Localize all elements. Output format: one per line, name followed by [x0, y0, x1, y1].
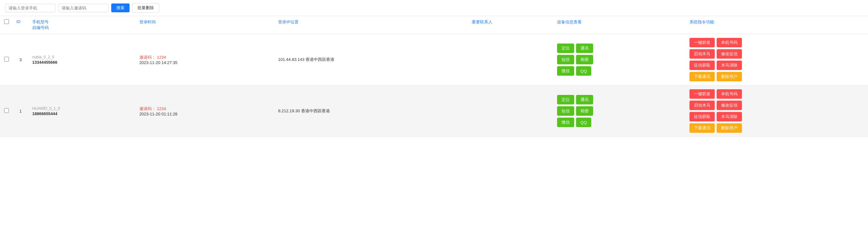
- data-table: ID 手机型号 自编号码 登录时间 登录IP位置 重要联系人 设备信息查看 系统…: [0, 16, 868, 137]
- device-btn-相册[interactable]: 相册: [576, 55, 593, 64]
- row-checkbox[interactable]: [4, 57, 9, 62]
- sys-btn-一键群发[interactable]: 一键群发: [689, 38, 715, 47]
- device-btn-微信[interactable]: 微信: [557, 118, 574, 127]
- header-checkbox-col: [0, 16, 13, 34]
- device-btn-短信[interactable]: 短信: [557, 55, 574, 64]
- sys-btn-启动木马[interactable]: 启动木马: [689, 49, 715, 59]
- login-time-value: 2023-11-20 01:11:28: [140, 112, 271, 116]
- row-login-time: 邀请码： 12342023-11-20 14:27:35: [135, 34, 274, 85]
- sys-btn-一键群发[interactable]: 一键群发: [689, 89, 715, 99]
- row-contacts: [468, 34, 553, 85]
- main-table-container: ID 手机型号 自编号码 登录时间 登录IP位置 重要联系人 设备信息查看 系统…: [0, 16, 868, 137]
- sys-btn-本机号码[interactable]: 本机号码: [717, 89, 742, 99]
- header-sys-cmd: 系统指令功能: [686, 16, 868, 34]
- header-login-time: 登录时间: [135, 16, 274, 34]
- device-btn-相册[interactable]: 相册: [576, 106, 593, 116]
- header-login-ip: 登录IP位置: [274, 16, 468, 34]
- device-btn-定位[interactable]: 定位: [557, 43, 574, 53]
- header-phone-model: 手机型号 自编号码: [28, 16, 135, 34]
- device-btn-通讯[interactable]: 通讯: [576, 43, 593, 53]
- row-sys-buttons: 一键群发本机号码启动木马修改征信征信获取木马清除下载通讯删除用户: [686, 85, 868, 137]
- sys-btn-修改征信[interactable]: 修改征信: [717, 49, 742, 59]
- device-btn-通讯[interactable]: 通讯: [576, 95, 593, 104]
- select-all-checkbox[interactable]: [4, 19, 9, 24]
- row-device-info: nubia_0_2_013344455666: [28, 34, 135, 85]
- row-ip-location: 8.212.19.30 香港中西區香港: [274, 85, 468, 137]
- login-time-value: 2023-11-20 14:27:35: [140, 60, 271, 65]
- invite-code-label: 邀请码： 1234: [140, 106, 271, 112]
- table-header-row: ID 手机型号 自编号码 登录时间 登录IP位置 重要联系人 设备信息查看 系统…: [0, 16, 868, 34]
- sys-btn-木马清除[interactable]: 木马清除: [717, 61, 742, 70]
- row-id: 3: [13, 34, 28, 85]
- sys-btn-删除用户[interactable]: 删除用户: [717, 123, 742, 133]
- sys-btn-木马清除[interactable]: 木马清除: [717, 112, 742, 121]
- device-phone-number: 13344455666: [32, 60, 132, 65]
- header-contacts: 重要联系人: [468, 16, 553, 34]
- sys-btn-修改征信[interactable]: 修改征信: [717, 101, 742, 110]
- phone-search-input[interactable]: [5, 4, 56, 12]
- row-id: 1: [13, 85, 28, 137]
- header-id: ID: [13, 16, 28, 34]
- search-button[interactable]: 搜索: [111, 3, 129, 12]
- device-btn-QQ[interactable]: QQ: [576, 118, 591, 127]
- sys-btn-删除用户[interactable]: 删除用户: [717, 72, 742, 81]
- sys-btn-下载通讯[interactable]: 下载通讯: [689, 72, 715, 81]
- device-model-label: nubia_0_2_0: [32, 55, 132, 59]
- sys-btn-征信获取[interactable]: 征信获取: [689, 112, 715, 121]
- row-device-buttons: 定位通讯短信相册微信QQ: [553, 34, 686, 85]
- row-ip-location: 101.44.83.143 香港中西區香港: [274, 34, 468, 85]
- row-checkbox-cell: [0, 85, 13, 137]
- sys-btn-本机号码[interactable]: 本机号码: [717, 38, 742, 47]
- table-row: 3nubia_0_2_013344455666邀请码： 12342023-11-…: [0, 34, 868, 85]
- invite-code-input[interactable]: [58, 4, 109, 12]
- row-sys-buttons: 一键群发本机号码启动木马修改征信征信获取木马清除下载通讯删除用户: [686, 34, 868, 85]
- sys-btn-启动木马[interactable]: 启动木马: [689, 101, 715, 110]
- row-contacts: [468, 85, 553, 137]
- row-device-buttons: 定位通讯短信相册微信QQ: [553, 85, 686, 137]
- row-checkbox-cell: [0, 34, 13, 85]
- device-btn-微信[interactable]: 微信: [557, 66, 574, 76]
- row-login-time: 邀请码： 12342023-11-20 01:11:28: [135, 85, 274, 137]
- row-checkbox[interactable]: [4, 108, 9, 113]
- header-device-info: 设备信息查看: [553, 16, 686, 34]
- device-btn-QQ[interactable]: QQ: [576, 66, 591, 76]
- row-device-info: HUAWEI_0_1_018866655444: [28, 85, 135, 137]
- batch-delete-button[interactable]: 批量删除: [132, 3, 159, 12]
- sys-btn-下载通讯[interactable]: 下载通讯: [689, 123, 715, 133]
- sys-btn-征信获取[interactable]: 征信获取: [689, 61, 715, 70]
- table-row: 1HUAWEI_0_1_018866655444邀请码： 12342023-11…: [0, 85, 868, 137]
- device-btn-定位[interactable]: 定位: [557, 95, 574, 104]
- invite-code-label: 邀请码： 1234: [140, 55, 271, 60]
- device-model-label: HUAWEI_0_1_0: [32, 106, 132, 111]
- device-btn-短信[interactable]: 短信: [557, 106, 574, 116]
- top-bar: 搜索 批量删除: [0, 0, 868, 16]
- device-phone-number: 18866655444: [32, 111, 132, 116]
